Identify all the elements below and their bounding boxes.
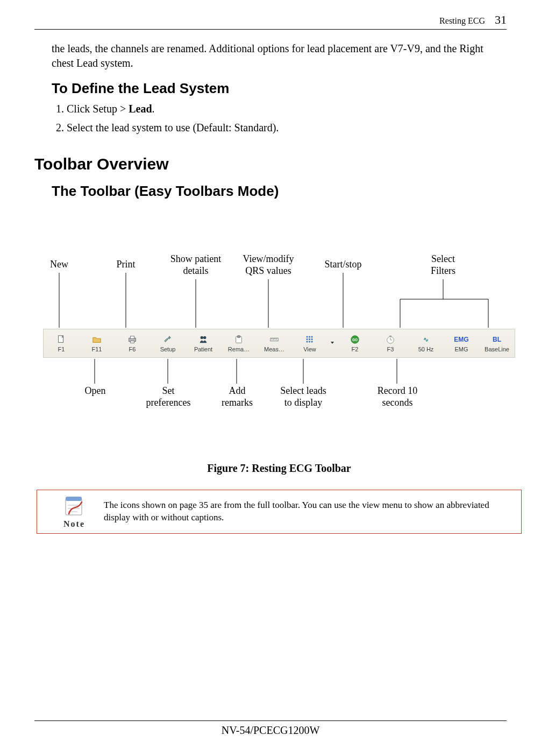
svg-rect-2 bbox=[130, 336, 134, 339]
toolbar-btn-50hz[interactable]: ∿50 Hz bbox=[408, 329, 444, 357]
toolbar-caption: F3 bbox=[387, 346, 394, 352]
svg-point-4 bbox=[201, 336, 203, 339]
callout-record: Record 10 seconds bbox=[368, 385, 427, 408]
notepad-icon bbox=[61, 494, 87, 518]
svg-rect-8 bbox=[270, 338, 278, 341]
drop-icon bbox=[330, 337, 335, 348]
clip-icon bbox=[234, 334, 244, 345]
toolbar-btn-meas[interactable]: Meas… bbox=[257, 329, 292, 357]
toolbar-btn-bl[interactable]: BLBaseLine bbox=[479, 329, 515, 357]
intro-paragraph: the leads, the channels are renamed. Add… bbox=[52, 41, 507, 70]
header-section: Resting ECG bbox=[439, 16, 485, 26]
svg-text:GO: GO bbox=[352, 338, 358, 342]
svg-rect-18 bbox=[311, 338, 313, 340]
toolbar-btn-emg[interactable]: EMGEMG bbox=[444, 329, 479, 357]
clock-icon bbox=[386, 334, 395, 345]
toolbar-btn-view[interactable]: View bbox=[292, 329, 328, 357]
svg-rect-16 bbox=[307, 338, 308, 340]
svg-rect-3 bbox=[130, 341, 134, 343]
callout-new: New bbox=[44, 259, 74, 271]
svg-rect-44 bbox=[66, 497, 82, 501]
figure-caption: Figure 7: Resting ECG Toolbar bbox=[52, 462, 507, 475]
print-icon bbox=[127, 334, 137, 345]
text-icon: BL bbox=[493, 334, 501, 345]
note-label: Note bbox=[63, 519, 85, 529]
svg-rect-43 bbox=[66, 499, 82, 515]
svg-rect-14 bbox=[309, 336, 310, 338]
toolbar-btn-rema[interactable]: Rema… bbox=[221, 329, 257, 357]
toolbar-caption: F11 bbox=[92, 346, 102, 352]
toolbar-btn-setup[interactable]: Setup bbox=[150, 329, 186, 357]
wrench-icon bbox=[163, 334, 173, 345]
wave-icon: ∿ bbox=[423, 334, 429, 345]
toolbar-btn-f1[interactable]: F1 bbox=[44, 329, 79, 357]
toolbar-caption: Meas… bbox=[264, 346, 284, 352]
svg-rect-20 bbox=[309, 341, 310, 343]
go-icon: GO bbox=[350, 334, 360, 345]
grid-icon bbox=[305, 334, 315, 345]
callout-filters: Select Filters bbox=[422, 253, 465, 277]
note-text: The icons shown on page 35 are from the … bbox=[104, 499, 514, 524]
header-page-number: 31 bbox=[495, 13, 507, 27]
open-icon bbox=[92, 334, 102, 345]
toolbar-caption: F6 bbox=[129, 346, 136, 352]
footer-text: NV-54/PCECG1200W bbox=[34, 724, 507, 737]
people-icon bbox=[198, 334, 208, 345]
toolbar-caption: Patient bbox=[194, 346, 212, 352]
callout-qrs: View/modify QRS values bbox=[233, 253, 303, 277]
svg-rect-21 bbox=[311, 341, 313, 343]
svg-rect-28 bbox=[389, 336, 391, 337]
toolbar-caption: Rema… bbox=[228, 346, 250, 352]
text-icon: EMG bbox=[454, 334, 468, 345]
toolbar-caption: F2 bbox=[352, 346, 359, 352]
note-icon-block: Note bbox=[45, 494, 104, 529]
ecg-toolbar: F1F11F6SetupPatientRema…Meas…ViewGOF2F3∿… bbox=[43, 329, 515, 358]
svg-rect-17 bbox=[309, 338, 310, 340]
heading-define-lead: To Define the Lead System bbox=[52, 80, 507, 97]
toolbar-caption: View bbox=[303, 346, 316, 352]
callout-print: Print bbox=[110, 259, 142, 271]
toolbar-caption: Setup bbox=[160, 346, 176, 352]
svg-rect-7 bbox=[237, 336, 240, 338]
callout-startstop: Start/stop bbox=[316, 259, 370, 271]
callout-remarks: Add remarks bbox=[213, 385, 261, 408]
svg-rect-19 bbox=[307, 341, 308, 343]
callout-patient: Show patient details bbox=[163, 253, 228, 277]
callout-prefs: Set preferences bbox=[139, 385, 198, 408]
toolbar-caption: EMG bbox=[454, 346, 468, 352]
toolbar-btn-drop[interactable] bbox=[328, 329, 337, 357]
callout-open: Open bbox=[76, 385, 114, 397]
step-1: Click Setup > Lead. bbox=[67, 101, 507, 117]
toolbar-caption: F1 bbox=[58, 346, 65, 352]
svg-rect-15 bbox=[311, 336, 313, 338]
svg-point-5 bbox=[203, 336, 206, 339]
toolbar-btn-f11[interactable]: F11 bbox=[79, 329, 115, 357]
toolbar-diagram: New Print Show patient details View/modi… bbox=[39, 227, 519, 453]
running-header: Resting ECG 31 bbox=[34, 13, 507, 30]
ruler-icon bbox=[269, 334, 279, 345]
doc-icon bbox=[56, 334, 66, 345]
page-footer: NV-54/PCECG1200W bbox=[34, 720, 507, 737]
toolbar-btn-patient[interactable]: Patient bbox=[186, 329, 221, 357]
define-lead-steps: Click Setup > Lead. Select the lead syst… bbox=[52, 101, 507, 136]
toolbar-caption: BaseLine bbox=[485, 346, 509, 352]
svg-rect-13 bbox=[307, 336, 308, 338]
svg-marker-22 bbox=[331, 342, 334, 344]
note-box: Note The icons shown on page 35 are from… bbox=[37, 490, 522, 534]
toolbar-btn-f2[interactable]: GOF2 bbox=[337, 329, 373, 357]
heading-toolbar-mode: The Toolbar (Easy Toolbars Mode) bbox=[52, 183, 507, 200]
step-2: Select the lead system to use (Default: … bbox=[67, 120, 507, 136]
toolbar-btn-f3[interactable]: F3 bbox=[373, 329, 408, 357]
callout-leads: Select leads to display bbox=[271, 385, 336, 408]
heading-toolbar-overview: Toolbar Overview bbox=[34, 155, 507, 173]
toolbar-btn-f6[interactable]: F6 bbox=[115, 329, 150, 357]
toolbar-caption: 50 Hz bbox=[418, 346, 434, 352]
